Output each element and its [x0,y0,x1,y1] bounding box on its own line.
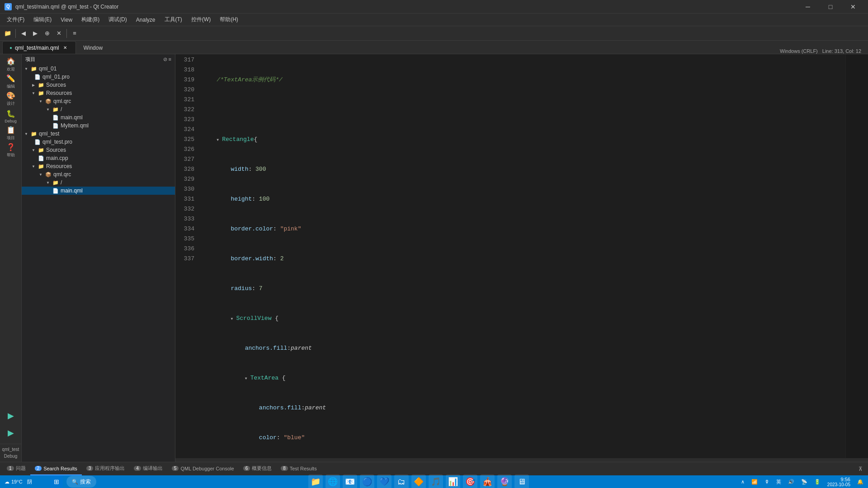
status-lang[interactable]: 英 [776,479,781,485]
toolbar-add-btn[interactable]: ⊕ [42,28,52,39]
app-icon-11[interactable]: 🔮 [497,474,512,488]
app-icon-3[interactable]: 🔵 [360,474,374,488]
bottom-tab-issues[interactable]: 1 问题 [2,463,30,475]
status-left: ☁ 19°C 阴 [5,479,32,485]
menu-debug[interactable]: 调试(D) [104,14,132,25]
bottom-tab-num-5: 5 [172,466,179,471]
tree-item-main-qml1[interactable]: 📄 main.qml [22,113,175,122]
app-icon-6[interactable]: 🔶 [411,474,426,488]
app-icon-10[interactable]: 🎪 [480,474,495,488]
folder-icon-resources1: 📁 [38,90,44,96]
app-icon-file-explorer[interactable]: 📁 [308,474,323,488]
tree-item-maincpp[interactable]: 📄 main.cpp [22,154,175,162]
tree-item-qmltest[interactable]: ▼ 📁 qml_test [22,130,175,138]
app-icon-4[interactable]: 💙 [377,474,392,488]
tree-item-slash1[interactable]: ▼ 📁 / [22,105,175,113]
left-icon-edit[interactable]: ✏️ 编辑 [3,74,19,90]
tree-item-slash2[interactable]: ▼ 📁 / [22,178,175,187]
expand-panel-btn[interactable]: ⊼ [855,464,866,474]
bottom-tab-label-summary: 概要信息 [252,465,272,472]
bottom-tab-qml-debug[interactable]: 5 QML Debugger Console [167,463,239,475]
tree-item-qml01pro[interactable]: 📄 qml_01.pro [22,73,175,81]
bottom-tab-test[interactable]: 8 Test Results [276,463,321,475]
tree-item-resources2[interactable]: ▼ 📁 Resources [22,162,175,170]
toolbar-back-btn[interactable]: ◀ [18,28,29,39]
windows-icon: ⊞ [54,478,59,485]
tree-item-resources1[interactable]: ▼ 📁 Resources [22,89,175,97]
toolbar-forward-btn[interactable]: ▶ [30,28,41,39]
line-num-336: 336 [179,244,194,254]
menu-edit[interactable]: 编辑(E) [29,14,56,25]
window-controls[interactable]: ─ □ ✕ [797,0,863,14]
line-num-337: 337 [179,254,194,264]
close-button[interactable]: ✕ [843,0,863,14]
tree-item-sources1[interactable]: ▶ 📁 Sources [22,81,175,89]
status-mic[interactable]: 🎙 [764,479,769,484]
bottom-tab-search[interactable]: 2 Search Results [30,463,82,475]
temperature-label: 19°C [11,479,23,484]
menu-view[interactable]: View [56,15,77,25]
left-icon-design[interactable]: 🎨 设计 [3,91,19,107]
bottom-tab-num-2: 2 [35,466,42,471]
left-icon-help[interactable]: ❓ 帮助 [3,142,19,159]
tree-item-qmlqrc2[interactable]: ▼ 📦 qml.qrc [22,170,175,178]
status-wifi[interactable]: 📡 [801,479,807,485]
sidebar-filter-btn[interactable]: ⊘ ≡ [163,56,171,62]
bottom-tab-compile[interactable]: 4 编译输出 [129,463,167,475]
toolbar-more-btn[interactable]: ≡ [69,28,80,39]
app-icon-qt[interactable]: 🖥 [514,474,529,488]
toolbar-close-btn[interactable]: ✕ [53,28,64,39]
minimize-button[interactable]: ─ [797,0,818,14]
tree-item-sources2[interactable]: ▼ 📁 Sources [22,146,175,154]
code-container[interactable]: 317 318 319 320 321 322 323 324 325 326 … [175,54,868,458]
menu-tools[interactable]: 工具(T) [160,14,187,25]
left-icon-run[interactable]: ▶ [3,408,19,424]
status-chevron-up[interactable]: ∧ [741,479,745,485]
tab-main-qml[interactable]: ● qml_test/main.qml ✕ [2,41,76,54]
tab-window[interactable]: Window [76,41,110,54]
status-volume[interactable]: 🔊 [788,479,794,485]
start-button[interactable]: ⊞ [50,475,63,488]
line-num-317: 317 [179,55,194,65]
editor-area[interactable]: 317 318 319 320 321 322 323 324 325 326 … [175,54,868,462]
app-icon-7[interactable]: 🎵 [429,474,443,488]
bottom-tab-summary[interactable]: 6 概要信息 [239,463,277,475]
menu-build[interactable]: 构建(B) [77,14,104,25]
status-battery[interactable]: 🔋 [814,479,821,485]
app-icon-1[interactable]: 🌐 [326,474,340,488]
left-icon-project[interactable]: 📋 项目 [3,125,19,141]
app-icon-9[interactable]: 🎯 [463,474,477,488]
app-icon-8[interactable]: 📊 [446,474,460,488]
line-num-333: 333 [179,214,194,224]
tree-item-qmlqrc1[interactable]: ▼ 📦 qml.qrc [22,97,175,105]
title-bar-left: Q qml_test/main.qml @ qml_test - Qt Crea… [5,3,118,10]
left-icon-welcome[interactable]: 🏠 欢迎 [3,56,19,73]
tree-item-main-qml2[interactable]: 📄 main.qml [22,187,175,195]
tree-item-qmltestpro[interactable]: 📄 qml_test.pro [22,138,175,146]
maximize-button[interactable]: □ [820,0,841,14]
horizontal-scrollbar[interactable] [175,458,868,462]
menu-help[interactable]: 帮助(H) [215,14,243,25]
tab-close-btn[interactable]: ✕ [61,44,69,52]
left-icon-run2[interactable]: ▶ [3,425,19,441]
bottom-tab-label-issues: 问题 [16,465,26,472]
menu-controls[interactable]: 控件(W) [187,14,215,25]
line-num-332: 332 [179,204,194,214]
status-network[interactable]: 📶 [751,479,758,485]
help-label: 帮助 [7,152,15,158]
left-icon-debug[interactable]: 🐛 Debug [3,108,19,124]
search-bar[interactable]: 🔍 搜索 [66,476,96,488]
status-notification[interactable]: 🔔 [857,479,863,485]
tree-item-qml01[interactable]: ▼ 📁 qml_01 [22,65,175,73]
tree-label-slash1: / [61,106,62,113]
app-icon-2[interactable]: 📧 [343,474,357,488]
menu-analyze[interactable]: Analyze [132,15,160,25]
bottom-tab-appout[interactable]: 3 应用程序输出 [82,463,130,475]
app-icon-5[interactable]: 🗂 [394,474,409,488]
tab-window-label: Window [83,45,103,51]
code-editor[interactable]: /*TextArea示例代码*/ ▼Rectangle{ width: 300 … [198,54,845,458]
taskbar-area: ⊞ 🔍 搜索 [50,475,96,488]
toolbar-project-btn[interactable]: 📁 [2,28,13,39]
tree-item-myitem[interactable]: 📄 MyItem.qml [22,122,175,130]
menu-file[interactable]: 文件(F) [2,14,29,25]
